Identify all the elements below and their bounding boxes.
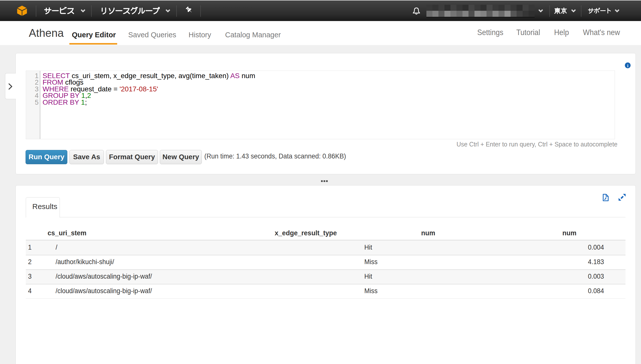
svg-text:i: i — [627, 63, 628, 68]
